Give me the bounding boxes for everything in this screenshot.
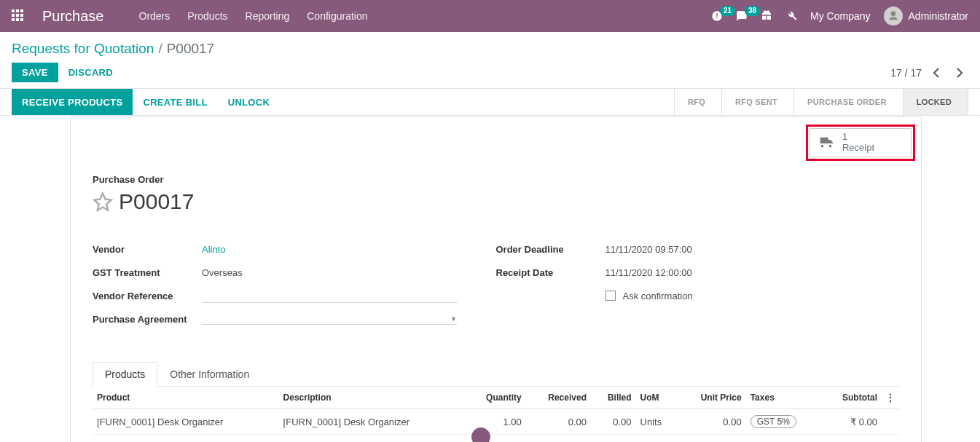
- unlock-button[interactable]: UNLOCK: [218, 89, 280, 115]
- ask-confirmation-label: Ask confirmation: [623, 291, 693, 301]
- vendor-ref-label: Vendor Reference: [93, 291, 202, 301]
- pin-drop-icon: [471, 427, 490, 442]
- col-menu-icon[interactable]: ⋮: [882, 387, 899, 409]
- menu-configuration[interactable]: Configuration: [307, 10, 367, 22]
- step-purchase-order[interactable]: PURCHASE ORDER: [793, 89, 903, 115]
- star-icon[interactable]: [93, 192, 113, 212]
- receive-products-button[interactable]: RECEIVE PRODUCTS: [12, 89, 133, 115]
- col-billed: Billed: [591, 387, 636, 409]
- order-lines-table: Product Description Quantity Received Bi…: [93, 387, 899, 435]
- tools-icon[interactable]: [785, 9, 797, 23]
- gst-treatment-label: GST Treatment: [93, 267, 202, 278]
- avatar-icon: [884, 7, 903, 25]
- cell-taxes[interactable]: GST 5%: [746, 409, 822, 435]
- order-deadline-label: Order Deadline: [496, 244, 605, 255]
- main-menu: Orders Products Reporting Configuration: [139, 10, 368, 22]
- table-row[interactable]: [FURN_0001] Desk Organizer [FURN_0001] D…: [93, 409, 899, 435]
- purchase-agreement-select[interactable]: ▼: [202, 314, 457, 325]
- activity-count: 21: [720, 6, 735, 16]
- save-button[interactable]: SAVE: [12, 63, 58, 82]
- action-row: SAVE DISCARD 17 / 17: [0, 57, 980, 88]
- col-description: Description: [279, 387, 466, 409]
- gift-icon[interactable]: [761, 9, 772, 23]
- purchase-agreement-label: Purchase Agreement: [93, 314, 202, 325]
- chevron-down-icon: ▼: [450, 315, 457, 323]
- col-product: Product: [93, 387, 279, 409]
- vendor-ref-input[interactable]: [202, 288, 457, 303]
- ask-confirmation-checkbox[interactable]: [605, 291, 616, 301]
- tab-other-information[interactable]: Other Information: [157, 362, 262, 387]
- order-name: P00017: [119, 189, 194, 214]
- gst-treatment-value: Overseas: [202, 267, 243, 278]
- menu-reporting[interactable]: Reporting: [246, 10, 290, 22]
- cell-billed: 0.00: [591, 409, 636, 435]
- cell-received: 0.00: [526, 409, 591, 435]
- receipt-date-value: 11/11/2020 12:00:00: [605, 267, 692, 278]
- receipt-label: Receipt: [842, 143, 874, 154]
- col-subtotal: Subtotal: [821, 387, 882, 409]
- form-sheet: 1 Receipt Purchase Order P00017 Vendor A…: [70, 117, 922, 442]
- receipt-count: 1: [842, 132, 874, 143]
- user-menu[interactable]: Administrator: [884, 7, 968, 25]
- status-bar: RECEIVE PRODUCTS CREATE BILL UNLOCK RFQ …: [0, 88, 980, 116]
- discuss-icon[interactable]: 38: [736, 10, 748, 22]
- app-brand: Purchase: [42, 8, 104, 25]
- pager-prev-icon[interactable]: [928, 64, 945, 82]
- breadcrumb: Requests for Quotation / P00017: [0, 32, 980, 57]
- user-name: Administrator: [909, 10, 968, 22]
- top-navbar: Purchase Orders Products Reporting Confi…: [0, 0, 980, 32]
- col-quantity: Quantity: [465, 387, 526, 409]
- breadcrumb-current: P00017: [167, 41, 215, 57]
- notebook-tabs: Products Other Information: [93, 361, 899, 387]
- cell-product[interactable]: [FURN_0001] Desk Organizer: [93, 409, 279, 435]
- company-name[interactable]: My Company: [810, 10, 870, 22]
- pager-text: 17 / 17: [890, 67, 922, 79]
- status-steps: RFQ RFQ SENT PURCHASE ORDER LOCKED: [674, 89, 980, 115]
- receipt-highlight: 1 Receipt: [806, 125, 915, 161]
- tab-products[interactable]: Products: [93, 362, 157, 387]
- col-taxes: Taxes: [746, 387, 822, 409]
- discard-button[interactable]: DISCARD: [68, 67, 113, 78]
- activity-icon[interactable]: 21: [711, 10, 723, 22]
- cell-uom[interactable]: Units: [636, 409, 678, 435]
- vendor-value[interactable]: Alinto: [202, 244, 226, 255]
- record-type-label: Purchase Order: [93, 174, 899, 185]
- discuss-count: 38: [745, 6, 760, 16]
- apps-icon[interactable]: [12, 9, 25, 23]
- receipt-date-label: Receipt Date: [496, 267, 605, 278]
- cell-description[interactable]: [FURN_0001] Desk Organizer: [279, 409, 466, 435]
- pager-next-icon[interactable]: [951, 64, 968, 82]
- step-rfq[interactable]: RFQ: [674, 89, 721, 115]
- cell-subtotal: ₹ 0.00: [821, 409, 882, 435]
- breadcrumb-root[interactable]: Requests for Quotation: [12, 41, 154, 57]
- receipt-stat-button[interactable]: 1 Receipt: [810, 128, 912, 157]
- col-unit-price: Unit Price: [678, 387, 746, 409]
- cell-unit-price[interactable]: 0.00: [678, 409, 746, 435]
- pager: 17 / 17: [890, 64, 968, 82]
- menu-products[interactable]: Products: [187, 10, 227, 22]
- col-uom: UoM: [636, 387, 678, 409]
- step-rfq-sent[interactable]: RFQ SENT: [721, 89, 793, 115]
- create-bill-button[interactable]: CREATE BILL: [133, 89, 217, 115]
- order-deadline-value: 11/11/2020 09:57:00: [605, 244, 692, 255]
- truck-icon: [818, 135, 835, 151]
- vendor-label: Vendor: [93, 244, 202, 255]
- menu-orders[interactable]: Orders: [139, 10, 170, 22]
- col-received: Received: [526, 387, 591, 409]
- form-scroll[interactable]: 1 Receipt Purchase Order P00017 Vendor A…: [0, 117, 980, 442]
- step-locked[interactable]: LOCKED: [903, 89, 968, 115]
